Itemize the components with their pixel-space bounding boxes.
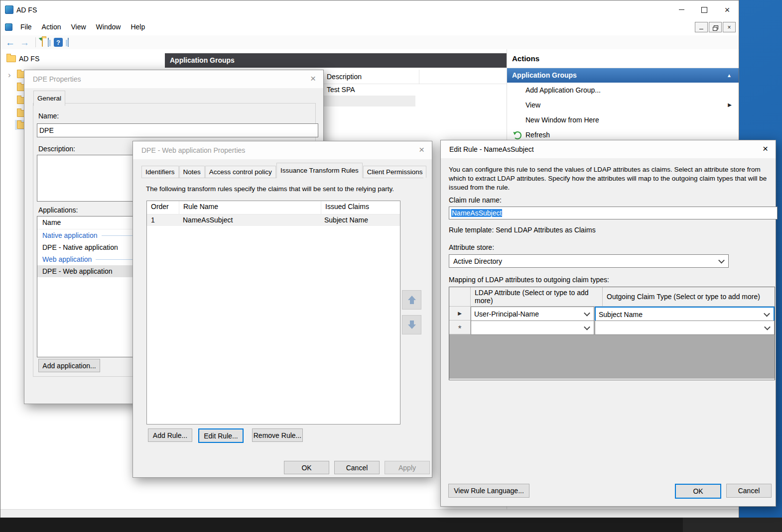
row-selector-cell[interactable]: ▶ [449, 307, 471, 320]
restore-icon [714, 25, 718, 29]
action-view[interactable]: View ▶ [507, 98, 739, 112]
dialog-titlebar[interactable]: DPE Properties × [24, 70, 323, 88]
tree-expander-icon[interactable]: › [8, 70, 11, 80]
ldap-attribute-cell [471, 320, 595, 334]
chevron-down-icon [584, 323, 590, 330]
menu-bar: File Action View Window Help × [0, 19, 739, 36]
taskbar-tray[interactable] [683, 518, 782, 532]
arrow-up-icon [408, 296, 416, 304]
ldap-attribute-select[interactable]: User-Principal-Name [471, 307, 594, 321]
ok-button[interactable]: OK [675, 484, 721, 499]
action-new-window[interactable]: New Window from Here [507, 112, 739, 127]
menu-action[interactable]: Action [37, 19, 66, 35]
help-icon[interactable]: ? [54, 38, 63, 47]
cancel-button[interactable]: Cancel [726, 484, 772, 498]
remove-rule-button[interactable]: Remove Rule... [252, 428, 303, 442]
action-refresh-label: Refresh [525, 131, 550, 139]
export-list-icon[interactable] [42, 38, 43, 46]
menu-file[interactable]: File [15, 19, 37, 35]
mdi-close-button[interactable]: × [723, 22, 736, 32]
minimize-button[interactable] [670, 0, 693, 19]
tab-notes[interactable]: Notes [179, 166, 205, 178]
current-row-icon: ▶ [458, 311, 462, 316]
list-item-selected[interactable] [323, 96, 415, 106]
mapping-label: Mapping of LDAP attributes to outgoing c… [449, 276, 609, 284]
rule-description-text: You can configure this rule to send the … [449, 165, 772, 192]
add-rule-button[interactable]: Add Rule... [148, 428, 192, 442]
actions-section-application-groups[interactable]: Application Groups ▲ [507, 68, 739, 83]
name-input[interactable]: DPE [37, 123, 318, 137]
group-label: Web application [42, 255, 92, 263]
column-header-order[interactable]: Order [147, 201, 179, 214]
window-titlebar[interactable]: AD FS × [0, 0, 739, 19]
tree-item-adfs[interactable]: AD FS [6, 55, 39, 63]
edit-rule-button[interactable]: Edit Rule... [198, 428, 244, 443]
mdi-caption-buttons: × [695, 22, 736, 32]
claim-rule-name-input[interactable]: NameAsSubject [449, 207, 778, 219]
ok-button[interactable]: OK [284, 461, 329, 474]
chevron-down-icon [584, 310, 590, 316]
minimize-icon [679, 9, 684, 10]
menu-view[interactable]: View [66, 19, 91, 35]
menu-window[interactable]: Window [91, 19, 126, 35]
close-button[interactable]: × [716, 0, 739, 19]
close-icon[interactable]: × [763, 144, 768, 153]
close-icon: × [725, 5, 730, 14]
action-add-application-group[interactable]: Add Application Group... [507, 83, 739, 98]
arrow-down-icon [408, 320, 416, 329]
tab-identifiers[interactable]: Identifiers [141, 166, 179, 178]
view-rule-language-button[interactable]: View Rule Language... [448, 484, 529, 498]
mdi-restore-button[interactable] [709, 22, 722, 32]
outgoing-claim-cell [595, 320, 775, 334]
collapse-icon[interactable]: ▲ [727, 68, 732, 83]
applications-label: Applications: [38, 206, 78, 214]
web-application-properties-dialog: DPE - Web application Properties × Ident… [132, 141, 432, 478]
tab-client-permissions[interactable]: Client Permissions [363, 166, 427, 178]
ldap-attribute-select-empty[interactable] [471, 320, 594, 335]
attribute-store-label: Attribute store: [449, 243, 494, 251]
dialog-title: DPE Properties [33, 75, 81, 83]
toolbar-separator [35, 37, 36, 47]
tab-general[interactable]: General [33, 91, 65, 106]
move-up-button[interactable] [402, 290, 421, 310]
table-row-nameassubject[interactable]: 1 NameAsSubject Subject Name [147, 214, 400, 226]
tab-access-control-policy[interactable]: Access control policy [205, 166, 276, 178]
cell-order: 1 [147, 214, 179, 226]
claim-rule-name-label: Claim rule name: [449, 196, 502, 204]
forward-icon[interactable]: → [20, 38, 29, 47]
column-header-issued-claims[interactable]: Issued Claims [321, 201, 400, 214]
row-selector-cell[interactable]: * [449, 320, 471, 334]
mdi-minimize-button[interactable] [695, 22, 708, 32]
back-icon[interactable]: ← [5, 38, 15, 47]
rules-intro-text: The following transform rules specify th… [146, 185, 423, 194]
cell-rule-name: NameAsSubject [179, 214, 320, 226]
adfs-app-icon [5, 5, 13, 14]
transform-rules-table[interactable]: Order Rule Name Issued Claims 1 NameAsSu… [146, 201, 400, 425]
move-down-button[interactable] [402, 315, 421, 334]
add-application-button[interactable]: Add application... [38, 359, 100, 372]
close-icon[interactable]: × [310, 74, 316, 83]
table-header-row: Order Rule Name Issued Claims [147, 201, 400, 214]
maximize-button[interactable] [693, 0, 716, 19]
grid-row-1: ▶ User-Principal-Name Subject Name [449, 307, 775, 320]
close-icon[interactable]: × [419, 145, 424, 154]
dialog-titlebar[interactable]: Edit Rule - NameAsSubject × [441, 140, 776, 158]
column-header-rule-name[interactable]: Rule Name [179, 201, 321, 214]
outgoing-claim-select-empty[interactable] [595, 320, 775, 335]
chevron-down-icon [718, 257, 725, 263]
taskbar[interactable] [0, 518, 782, 532]
attribute-store-select[interactable]: Active Directory [449, 254, 729, 268]
cancel-button[interactable]: Cancel [334, 461, 380, 474]
column-header-description[interactable]: Description [323, 70, 419, 84]
tab-issuance-transform-rules[interactable]: Issuance Transform Rules [276, 163, 363, 178]
adfs-app-icon-small [5, 23, 12, 31]
ldap-attribute-value: User-Principal-Name [474, 310, 539, 318]
dialog-titlebar[interactable]: DPE - Web application Properties × [133, 141, 432, 159]
list-item-test-spa[interactable]: Test SPA [327, 86, 355, 94]
group-label: Native application [42, 231, 98, 239]
show-action-pane-icon[interactable] [68, 38, 69, 46]
outgoing-claim-select[interactable]: Subject Name [595, 307, 775, 322]
selected-text: NameAsSubject [451, 209, 502, 217]
menu-help[interactable]: Help [126, 19, 150, 35]
show-console-tree-icon[interactable] [48, 38, 49, 46]
